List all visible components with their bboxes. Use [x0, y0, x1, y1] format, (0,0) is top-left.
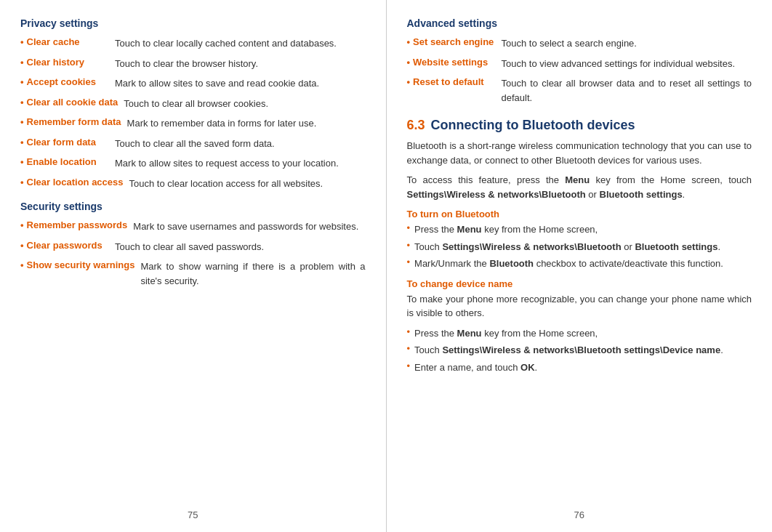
bullet-icon: •: [20, 240, 24, 251]
clear-form-label: •Clear form data: [20, 137, 115, 148]
bullet-icon: •: [407, 326, 411, 337]
bullet-icon: •: [20, 57, 24, 68]
turn-on-bullet-2: • Touch Settings\Wireless & networks\Blu…: [407, 240, 752, 254]
website-settings-label: •Website settings: [407, 57, 502, 68]
change-name-bullet-1: • Press the Menu key from the Home scree…: [407, 326, 752, 341]
clear-passwords-desc: Touch to clear all saved passwords.: [115, 240, 366, 254]
bullet-icon: •: [20, 36, 24, 47]
turn-on-bullet-1: • Press the Menu key from the Home scree…: [407, 222, 752, 237]
bullet-icon: •: [20, 116, 24, 127]
reset-to-default-row: •Reset to default Touch to clear all bro…: [407, 76, 752, 105]
clear-location-row: •Clear location access Touch to clear lo…: [20, 177, 366, 191]
bullet-icon: •: [407, 257, 411, 267]
remember-form-desc: Mark to remember data in forms for later…: [127, 116, 366, 131]
bluetooth-intro2: To access this feature, press the Menu k…: [407, 173, 752, 201]
remember-form-label: •Remember form data: [20, 116, 127, 127]
enable-location-row: •Enable location Mark to allow sites to …: [20, 156, 366, 171]
advanced-section-title: Advanced settings: [407, 17, 752, 29]
bullet-icon: •: [20, 97, 24, 108]
clear-location-desc: Touch to clear location access for all w…: [129, 177, 366, 191]
change-name-heading: To change device name: [407, 278, 752, 289]
security-section: Security settings •Remember passwords Ma…: [20, 201, 366, 288]
security-section-title: Security settings: [20, 201, 366, 212]
privacy-section: Privacy settings •Clear cache Touch to c…: [20, 17, 366, 190]
bullet-icon: •: [407, 76, 411, 87]
show-security-row: •Show security warnings Mark to show war…: [20, 259, 366, 288]
show-security-label: •Show security warnings: [20, 259, 140, 270]
bullet-icon: •: [407, 343, 411, 354]
remember-form-row: •Remember form data Mark to remember dat…: [20, 116, 366, 131]
bullet-icon: •: [20, 156, 24, 167]
turn-on-bullet-3: • Mark/Unmark the Bluetooth checkbox to …: [407, 257, 752, 271]
bullet-icon: •: [20, 177, 24, 188]
advanced-section: Advanced settings •Set search engine Tou…: [407, 17, 752, 105]
remember-passwords-label: •Remember passwords: [20, 219, 133, 230]
left-page: Privacy settings •Clear cache Touch to c…: [0, 0, 387, 532]
change-name-bullet-2: • Touch Settings\Wireless & networks\Blu…: [407, 343, 752, 358]
remember-passwords-row: •Remember passwords Mark to save usernam…: [20, 219, 366, 234]
bullet-icon: •: [407, 222, 411, 233]
reset-to-default-desc: Touch to clear all browser data and to r…: [502, 76, 752, 105]
bluetooth-section: 6.3 Connecting to Bluetooth devices Blue…: [407, 118, 752, 374]
bluetooth-intro1: Bluetooth is a short-range wireless comm…: [407, 139, 752, 167]
enable-location-label: •Enable location: [20, 156, 115, 167]
clear-history-desc: Touch to clear the browser history.: [115, 57, 366, 71]
bluetooth-section-title: Connecting to Bluetooth devices: [431, 118, 635, 133]
bullet-icon: •: [20, 76, 24, 87]
bullet-icon: •: [407, 36, 411, 47]
bullet-icon: •: [20, 219, 24, 230]
change-name-intro: To make your phone more recognizable, yo…: [407, 292, 752, 321]
clear-passwords-label: •Clear passwords: [20, 240, 115, 251]
accept-cookies-label: •Accept cookies: [20, 76, 115, 87]
clear-history-row: •Clear history Touch to clear the browse…: [20, 57, 366, 71]
clear-form-row: •Clear form data Touch to clear all the …: [20, 137, 366, 151]
clear-all-cookie-desc: Touch to clear all browser cookies.: [124, 97, 365, 111]
bullet-icon: •: [407, 240, 411, 251]
clear-all-cookie-row: •Clear all cookie data Touch to clear al…: [20, 97, 366, 111]
website-settings-row: •Website settings Touch to view advanced…: [407, 57, 752, 71]
enable-location-desc: Mark to allow sites to request access to…: [115, 156, 366, 171]
show-security-desc: Mark to show warning if there is a probl…: [140, 259, 365, 288]
change-name-bullet-3: • Enter a name, and touch OK.: [407, 360, 752, 375]
clear-cache-label: •Clear cache: [20, 36, 115, 47]
set-search-engine-desc: Touch to select a search engine.: [502, 36, 752, 51]
accept-cookies-desc: Mark to allow sites to save and read coo…: [115, 76, 366, 91]
clear-form-desc: Touch to clear all the saved form data.: [115, 137, 366, 151]
left-page-number: 75: [188, 509, 198, 520]
privacy-section-title: Privacy settings: [20, 17, 366, 29]
bullet-icon: •: [407, 360, 411, 371]
clear-cache-row: •Clear cache Touch to clear locally cach…: [20, 36, 366, 51]
reset-to-default-label: •Reset to default: [407, 76, 502, 87]
turn-on-bluetooth-heading: To turn on Bluetooth: [407, 209, 752, 219]
set-search-engine-label: •Set search engine: [407, 36, 502, 47]
clear-cache-desc: Touch to clear locally cached content an…: [115, 36, 366, 51]
right-page: Advanced settings •Set search engine Tou…: [387, 0, 773, 532]
bullet-icon: •: [20, 137, 24, 148]
bullet-icon: •: [407, 57, 411, 68]
right-page-number: 76: [574, 509, 584, 520]
bullet-icon: •: [20, 259, 24, 270]
clear-passwords-row: •Clear passwords Touch to clear all save…: [20, 240, 366, 254]
clear-history-label: •Clear history: [20, 57, 115, 68]
accept-cookies-row: •Accept cookies Mark to allow sites to s…: [20, 76, 366, 91]
clear-location-label: •Clear location access: [20, 177, 129, 188]
website-settings-desc: Touch to view advanced settings for indi…: [502, 57, 752, 71]
set-search-engine-row: •Set search engine Touch to select a sea…: [407, 36, 752, 51]
clear-all-cookie-label: •Clear all cookie data: [20, 97, 124, 108]
remember-passwords-desc: Mark to save usernames and passwords for…: [133, 219, 365, 234]
bluetooth-section-number: 6.3: [407, 118, 425, 133]
